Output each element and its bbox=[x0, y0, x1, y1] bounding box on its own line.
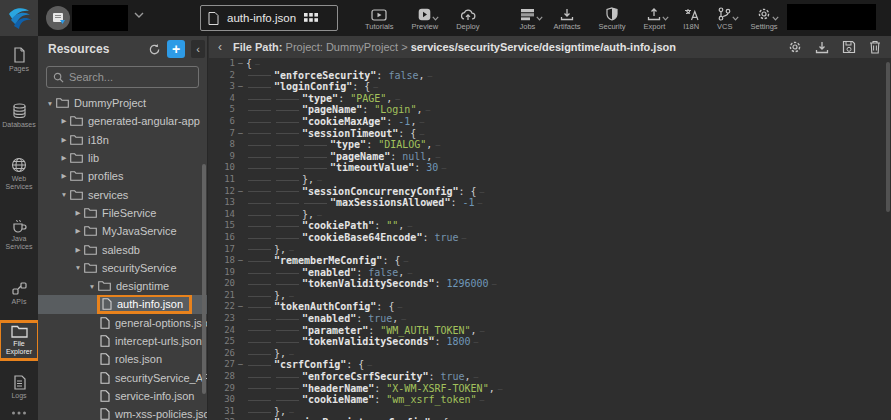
tree-expand-icon[interactable]: ▼ bbox=[44, 100, 56, 107]
tree-collapse-icon[interactable]: ▶ bbox=[72, 209, 84, 217]
tree-item-intercept-urls-json[interactable]: intercept-urls.json bbox=[38, 332, 207, 350]
tree-expand-icon[interactable]: ▼ bbox=[58, 191, 70, 198]
tree-item-general-options-json[interactable]: general-options.json bbox=[38, 314, 207, 332]
tree-item-securityservice[interactable]: ▼securityService bbox=[38, 259, 207, 277]
tree-item-wm-xss-policies-json[interactable]: wm-xss-policies.json bbox=[38, 405, 207, 420]
add-resource-button[interactable]: + bbox=[167, 40, 185, 58]
code-line[interactable]: 23"enabled": true, bbox=[209, 313, 891, 325]
tree-item-designtime[interactable]: ▼designtime bbox=[38, 277, 207, 295]
tree-scrollbar[interactable] bbox=[202, 164, 206, 394]
active-file-tab[interactable]: auth-info.json bbox=[200, 5, 338, 31]
tree-item-roles-json[interactable]: roles.json bbox=[38, 350, 207, 368]
tree-expand-icon[interactable]: ▼ bbox=[72, 264, 84, 271]
code-line[interactable]: 26}, bbox=[209, 348, 891, 360]
code-line[interactable]: 28"enforceCsrfSecurity": true, bbox=[209, 371, 891, 383]
code-line[interactable]: 29"headerName": "X-WM-XSRF-TOKEN", bbox=[209, 383, 891, 395]
tree-collapse-icon[interactable]: ▶ bbox=[72, 246, 84, 254]
code-line[interactable]: 11}, bbox=[209, 174, 891, 186]
sidebar-item-databases[interactable]: Databases bbox=[0, 100, 38, 132]
tree-item-dummyproject[interactable]: ▼DummyProject bbox=[38, 94, 207, 112]
code-line[interactable]: 30"cookieName": "wm_xsrf_token" bbox=[209, 394, 891, 406]
tree-item-profiles[interactable]: ▶profiles bbox=[38, 167, 207, 185]
code-line[interactable]: 24"parameter": "WM_AUTH_TOKEN", bbox=[209, 325, 891, 337]
tree-item-auth-info-json[interactable]: auth-info.json bbox=[38, 295, 207, 313]
sidebar-item-pages[interactable]: Pages bbox=[0, 44, 38, 76]
code-line[interactable]: 5"pageName": "Login", bbox=[209, 104, 891, 116]
code-line[interactable]: 14}, bbox=[209, 209, 891, 221]
code-line[interactable]: 18–"rememberMeConfig": { bbox=[209, 255, 891, 267]
tree-collapse-icon[interactable]: ▶ bbox=[58, 154, 70, 162]
trash-icon[interactable] bbox=[869, 40, 881, 54]
sidebar-item-file-explorer[interactable]: File Explorer bbox=[0, 322, 38, 359]
grid-icon[interactable] bbox=[304, 13, 318, 23]
code-line[interactable]: 22–"tokenAuthConfig": { bbox=[209, 301, 891, 313]
resource-search[interactable] bbox=[46, 66, 199, 88]
download-icon[interactable] bbox=[815, 41, 829, 54]
topbar-button-artifacts[interactable]: Artifacts bbox=[544, 0, 589, 36]
tree-item-service-info-json[interactable]: service-info.json bbox=[38, 387, 207, 405]
code-line[interactable]: 31}, bbox=[209, 406, 891, 418]
tree-collapse-icon[interactable]: ▶ bbox=[72, 227, 84, 235]
fold-marker-icon[interactable]: – bbox=[235, 186, 246, 198]
code-line[interactable]: 27–"csrfConfig": { bbox=[209, 359, 891, 371]
tree-item-myjavaservice[interactable]: ▶MyJavaService bbox=[38, 222, 207, 240]
code-line[interactable]: 21}, bbox=[209, 290, 891, 302]
tree-collapse-icon[interactable]: ▶ bbox=[58, 172, 70, 180]
code-line[interactable]: 1–{ bbox=[209, 58, 891, 70]
code-line[interactable]: 20"tokenValiditySeconds": 1296000 bbox=[209, 278, 891, 290]
fold-marker-icon[interactable]: – bbox=[235, 81, 246, 93]
tree-collapse-icon[interactable]: ▶ bbox=[58, 136, 70, 144]
tree-item-services[interactable]: ▼services bbox=[38, 185, 207, 203]
search-input[interactable] bbox=[69, 71, 179, 83]
code-line[interactable]: 17}, bbox=[209, 244, 891, 256]
project-switcher-button[interactable] bbox=[46, 6, 70, 30]
gear-icon[interactable] bbox=[788, 40, 802, 54]
collapse-panel-button[interactable]: ‹ bbox=[191, 40, 205, 58]
tree-item-salesdb[interactable]: ▶salesdb bbox=[38, 240, 207, 258]
app-logo[interactable] bbox=[0, 0, 38, 36]
code-line[interactable]: 12–"sessionConcurrencyConfig": { bbox=[209, 186, 891, 198]
sidebar-more-button[interactable] bbox=[0, 406, 38, 417]
sidebar-item-apis[interactable]: APIs bbox=[0, 278, 38, 309]
sidebar-item-web-services[interactable]: Web Services bbox=[0, 154, 38, 194]
fold-marker-icon[interactable]: – bbox=[235, 301, 246, 313]
code-line[interactable]: 13"maxSessionsAllowed": -1 bbox=[209, 197, 891, 209]
topbar-button-i18n[interactable]: I18N bbox=[674, 0, 708, 36]
code-line[interactable]: 16"cookieBase64Encode": true bbox=[209, 232, 891, 244]
refresh-icon[interactable] bbox=[148, 43, 161, 56]
tree-item-fileservice[interactable]: ▶FileService bbox=[38, 204, 207, 222]
code-line[interactable]: 3–"loginConfig": { bbox=[209, 81, 891, 93]
code-line[interactable]: 25"tokenValiditySeconds": 1800 bbox=[209, 336, 891, 348]
topbar-button-jobs[interactable]: Jobs bbox=[511, 0, 545, 36]
code-line[interactable]: 6"cookieMaxAge": -1, bbox=[209, 116, 891, 128]
tree-item-i18n[interactable]: ▶i18n bbox=[38, 131, 207, 149]
tree-expand-icon[interactable]: ▼ bbox=[86, 283, 98, 290]
topbar-button-vcs[interactable]: VCS bbox=[708, 0, 741, 36]
save-icon[interactable] bbox=[842, 40, 856, 54]
topbar-button-deploy[interactable]: Deploy bbox=[447, 0, 488, 36]
code-line[interactable]: 19"enabled": false, bbox=[209, 267, 891, 279]
chevron-down-icon[interactable] bbox=[134, 12, 144, 18]
topbar-button-security[interactable]: Security bbox=[589, 0, 634, 36]
fold-marker-icon[interactable]: – bbox=[235, 255, 246, 267]
chevron-left-icon[interactable]: ‹ bbox=[213, 40, 227, 54]
code-line[interactable]: 15"cookiePath": "", bbox=[209, 220, 891, 232]
sidebar-item-java-services[interactable]: Java Services bbox=[0, 216, 38, 254]
tree-collapse-icon[interactable]: ▶ bbox=[58, 117, 70, 125]
code-line[interactable]: 4"type": "PAGE", bbox=[209, 93, 891, 105]
code-line[interactable]: 2"enforceSecurity": false, bbox=[209, 70, 891, 82]
code-line[interactable]: 9"pageName": null, bbox=[209, 151, 891, 163]
topbar-button-tutorials[interactable]: Tutorials bbox=[356, 0, 402, 36]
sidebar-item-logs[interactable]: Logs bbox=[0, 372, 38, 403]
editor-scrollbar[interactable] bbox=[886, 62, 890, 212]
tree-item-lib[interactable]: ▶lib bbox=[38, 149, 207, 167]
json-code-view[interactable]: 1–{2"enforceSecurity": false,3–"loginCon… bbox=[209, 58, 891, 420]
topbar-button-export[interactable]: Export bbox=[635, 0, 675, 36]
fold-marker-icon[interactable]: – bbox=[235, 359, 246, 371]
tree-item-generated-angular-app[interactable]: ▶generated-angular-app bbox=[38, 112, 207, 130]
fold-marker-icon[interactable]: – bbox=[235, 128, 246, 140]
topbar-button-settings[interactable]: Settings bbox=[742, 0, 787, 36]
tree-item-securityservice-api-json[interactable]: securityService_API.json bbox=[38, 368, 207, 386]
fold-marker-icon[interactable]: – bbox=[235, 58, 246, 70]
code-line[interactable]: 8"type": "DIALOG", bbox=[209, 139, 891, 151]
